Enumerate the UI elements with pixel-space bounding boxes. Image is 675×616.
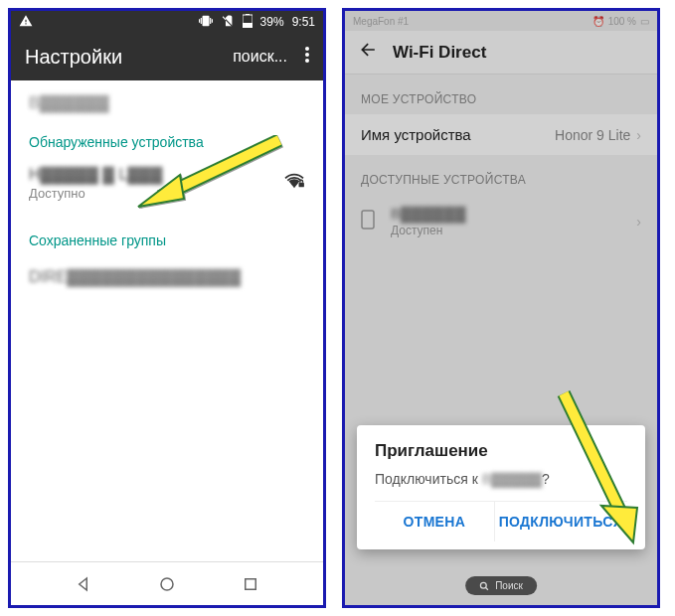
svg-point-11	[480, 582, 486, 588]
nav-recent-icon[interactable]	[241, 574, 260, 594]
right-phone: MegaFon #1 ⏰ 100 % ▭ Wi-Fi Direct МОЕ УС…	[342, 8, 660, 608]
nav-back-icon[interactable]	[75, 574, 94, 594]
wifi-secure-icon	[283, 172, 305, 195]
saved-group-row[interactable]: DIRE▓▓▓▓▓▓▓▓▓▓▓▓▓▓▓	[11, 254, 323, 300]
svg-point-3	[305, 47, 309, 51]
svg-rect-6	[299, 183, 304, 188]
battery-percent: 39%	[260, 15, 284, 29]
found-device-status: Доступно	[29, 186, 162, 201]
dialog-title: Приглашение	[375, 441, 627, 461]
svg-rect-2	[246, 14, 250, 15]
page-title: Настройки	[25, 46, 122, 69]
warning-icon	[19, 14, 33, 31]
status-bar: 39% 9:51	[11, 11, 323, 33]
overflow-menu-icon[interactable]	[305, 47, 309, 67]
svg-rect-8	[245, 578, 255, 589]
battery-icon	[243, 14, 253, 31]
no-sim-icon	[221, 14, 235, 31]
my-device-name[interactable]: B▓▓▓▓▓▓	[11, 80, 323, 114]
svg-rect-1	[243, 23, 253, 28]
left-phone: 39% 9:51 Настройки поиск... B▓▓▓▓▓▓ Обна…	[8, 8, 326, 608]
dialog-text: Подключиться к B▓▓▓▓▓?	[375, 471, 627, 487]
found-device-row[interactable]: H▓▓▓▓▓ ▓ L▓▓▓ Доступно	[11, 156, 323, 213]
search-pill[interactable]: Поиск	[465, 576, 537, 595]
nav-home-icon[interactable]	[157, 574, 177, 594]
found-device-name: H▓▓▓▓▓ ▓ L▓▓▓	[29, 166, 162, 184]
section-found-devices: Обнаруженные устройства	[11, 114, 323, 156]
app-bar: Настройки поиск...	[11, 33, 323, 80]
svg-point-5	[305, 59, 309, 63]
vibrate-icon	[199, 14, 213, 31]
svg-point-4	[305, 53, 309, 57]
clock: 9:51	[292, 15, 315, 29]
search-icon	[479, 581, 489, 591]
invitation-dialog: Приглашение Подключиться к B▓▓▓▓▓? ОТМЕН…	[357, 425, 645, 549]
svg-point-7	[161, 578, 173, 590]
cancel-button[interactable]: ОТМЕНА	[375, 502, 494, 541]
search-label[interactable]: поиск...	[233, 48, 287, 66]
connect-button[interactable]: ПОДКЛЮЧИТЬСЯ	[494, 502, 627, 541]
android-navbar	[11, 561, 323, 605]
section-saved-groups: Сохраненные группы	[11, 213, 323, 254]
